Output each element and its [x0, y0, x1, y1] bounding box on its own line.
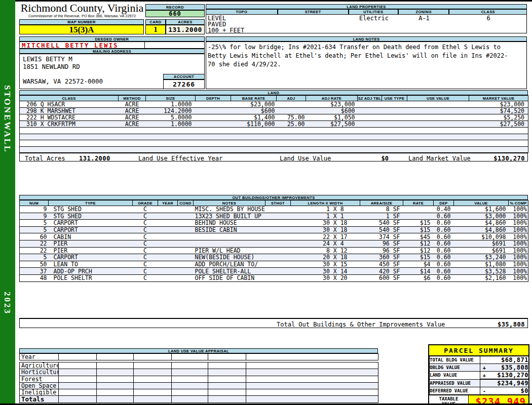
cell: [407, 128, 469, 134]
column-header: USE VALUE: [407, 96, 469, 101]
cell: [358, 134, 382, 140]
cell: [172, 389, 208, 396]
cell: [358, 121, 382, 128]
cell: 0.60: [434, 240, 454, 247]
cell: [158, 220, 178, 227]
cell: [246, 382, 378, 389]
cell: [178, 213, 194, 220]
cell: [208, 369, 246, 376]
table-row: 5CARPORTCBESIDE CABIN30 X 18540 SF$150.6…: [20, 226, 528, 233]
column-header: COND: [178, 200, 194, 206]
cell: [265, 254, 291, 261]
cell: [196, 101, 231, 108]
cell: $15: [403, 226, 434, 233]
land-use-value-label: Land Use Value: [280, 155, 331, 162]
cell: $45: [403, 233, 434, 240]
column-header: VALUE: [454, 200, 509, 206]
cell: 374 SF: [360, 233, 403, 240]
land-notes-box: -25\% for low bridge; Ins #2021-634 Tran…: [206, 42, 527, 89]
cell: PIER W/L HEAD: [194, 247, 265, 254]
column-header: USE TYPE: [382, 96, 407, 101]
cell: CARPORT: [49, 254, 133, 261]
cell: [231, 134, 277, 140]
cell: [358, 114, 382, 121]
deeded-owner-name: MITCHELL BETTY LEWIS: [20, 42, 204, 49]
table-row: 22PIERCPIER W/L HEAD 8 X 1296 SF$120.60$…: [20, 247, 528, 254]
cell: [246, 362, 378, 369]
cell: [208, 382, 246, 389]
cell: [358, 128, 382, 134]
table-row: Agriculture: [20, 362, 378, 369]
record-header: RECORD: [145, 4, 205, 10]
cell: [178, 274, 194, 281]
cell: 540 SF: [360, 220, 403, 227]
cell: [265, 268, 291, 275]
cell: $14: [403, 268, 434, 275]
cell: LEAN TO: [49, 261, 133, 268]
cell: 100%: [509, 254, 528, 261]
cell: [134, 382, 172, 389]
table-row: 298 K MARSHWETACRE124.2000$600$600$74,52…: [20, 108, 528, 114]
cell: [196, 134, 231, 140]
outbuildings-table-body: 9STG SHEDCMISC. SHEDS BY HOUSE 1 X 8 8 S…: [20, 206, 528, 282]
cell: 600 SF: [360, 274, 403, 281]
county-subtitle: Commissioner of the Revenue, PO Box 366,…: [19, 14, 145, 18]
column-header: DEPTH: [196, 96, 231, 101]
column-header: METHOD: [119, 96, 146, 101]
cell: [158, 247, 178, 254]
cell: ADD PORCH/LEAN TO/: [194, 261, 265, 268]
cell: [231, 128, 277, 134]
cell: [246, 376, 378, 382]
cell: $5,250: [469, 114, 528, 121]
cell: $4: [403, 261, 434, 268]
cell: [178, 233, 194, 240]
cell: 1.0000: [146, 121, 196, 128]
cell: [265, 220, 291, 227]
cell: 1.0000: [146, 101, 196, 108]
table-row: Ineligible: [20, 389, 378, 396]
cell: Year: [20, 354, 59, 360]
cell: 0.60: [434, 226, 454, 233]
column-header: BASE RATE: [231, 96, 277, 101]
cell: [407, 101, 469, 108]
cell: [97, 396, 134, 402]
cell: $10,098: [454, 233, 509, 240]
cell: C: [133, 233, 158, 240]
land-properties-values: LEVEL PAVED 100 + FEET Electric A-1 6: [206, 15, 527, 33]
cell: [469, 128, 528, 134]
cell: $27,500: [469, 121, 528, 128]
table-row: 5CARPORTCBEHIND HOUSE30 X 18540 SF$150.6…: [20, 220, 528, 227]
outbuildings-header-row: NUMTYPEGRADEYEARCONDNOTESSTHGTLENGTH X W…: [20, 200, 528, 206]
outbuildings-table-title: OUT BUILDINGS/OTHER IMPROVEMENTS: [19, 195, 528, 200]
cell: CARPORT: [49, 220, 133, 227]
cell: $1,400: [231, 114, 277, 121]
cell: [480, 356, 488, 364]
address-line: 1851 NEWLAND RD: [23, 63, 201, 71]
table-row: 310 X CRKFRTPMACRE1.0000$110,00025.00$27…: [20, 121, 528, 128]
cell: [265, 274, 291, 281]
cell: [178, 247, 194, 254]
column-header: SZ ADJ TBL: [358, 96, 382, 101]
cell: 25.00: [277, 121, 306, 128]
cell: [172, 376, 208, 382]
cell: [158, 206, 178, 213]
cell: [158, 233, 178, 240]
cell: [158, 213, 178, 220]
cell: $12: [403, 247, 434, 254]
cell: 30 X 14: [291, 268, 360, 275]
column-header: LENGTH X WIDTH: [291, 200, 360, 206]
cell: [196, 140, 231, 147]
cell: $691: [454, 247, 509, 254]
cell: [277, 101, 306, 108]
cell: 1 X 8: [291, 206, 360, 213]
cell: 0.60: [434, 254, 454, 261]
cell: 96 SF: [360, 247, 403, 254]
table-row: 50LEAN TOCADD PORCH/LEAN TO/30 X 15450 S…: [20, 261, 528, 268]
cell: [178, 268, 194, 275]
cell: $4,860: [454, 220, 509, 227]
cell: [358, 101, 382, 108]
cell: [158, 261, 178, 268]
cell: [59, 376, 97, 382]
outbuildings-total-row: Total Out Buildings & Other Improvements…: [19, 318, 528, 328]
cell: NEW(BESIDE HOUSE): [194, 254, 265, 261]
